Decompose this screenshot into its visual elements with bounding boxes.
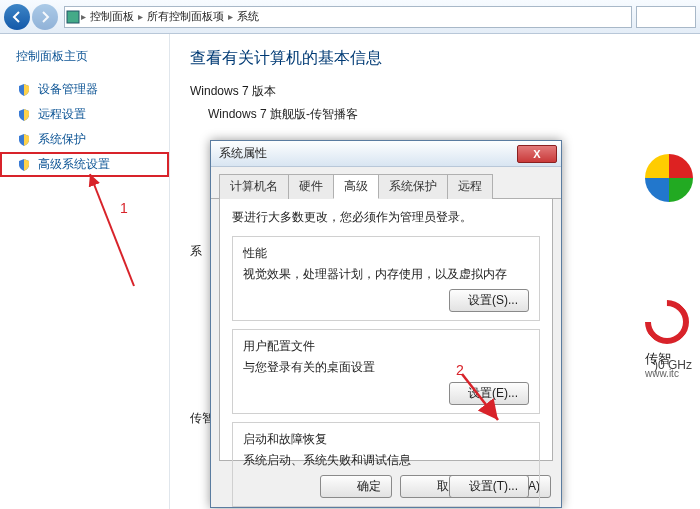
- edition-heading: Windows 7 版本: [190, 83, 680, 100]
- group-title: 性能: [243, 245, 529, 262]
- svg-rect-0: [67, 11, 79, 23]
- group-desc: 系统启动、系统失败和调试信息: [243, 452, 529, 469]
- nav-forward-button[interactable]: [32, 4, 58, 30]
- tab-advanced[interactable]: 高级: [333, 174, 379, 199]
- shield-icon: [16, 82, 32, 98]
- sidebar-item-label: 远程设置: [38, 106, 86, 123]
- nav-back-button[interactable]: [4, 4, 30, 30]
- tab-protection[interactable]: 系统保护: [378, 174, 448, 199]
- settings-button-startup[interactable]: 设置(T)...: [449, 475, 529, 498]
- page-title: 查看有关计算机的基本信息: [190, 48, 680, 69]
- group-title: 用户配置文件: [243, 338, 529, 355]
- system-properties-dialog: 系统属性 X 计算机名 硬件 高级 系统保护 远程 要进行大多数更改，您必须作为…: [210, 140, 562, 508]
- group-desc: 与您登录有关的桌面设置: [243, 359, 529, 376]
- tab-computer-name[interactable]: 计算机名: [219, 174, 289, 199]
- shield-icon: [16, 157, 32, 173]
- tab-strip: 计算机名 硬件 高级 系统保护 远程: [211, 167, 561, 199]
- brand-name: 传智: [645, 350, 671, 368]
- admin-notice: 要进行大多数更改，您必须作为管理员登录。: [232, 209, 540, 226]
- sidebar-item-device-manager[interactable]: 设备管理器: [0, 77, 169, 102]
- breadcrumb-segment[interactable]: 控制面板: [86, 9, 138, 24]
- annotation-label-2: 2: [456, 362, 464, 378]
- sidebar-item-label: 系统保护: [38, 131, 86, 148]
- shield-icon: [16, 132, 32, 148]
- brand-url: www.itc: [645, 368, 679, 379]
- sidebar-item-protection[interactable]: 系统保护: [0, 127, 169, 152]
- breadcrumb-segment[interactable]: 系统: [233, 9, 263, 24]
- tab-hardware[interactable]: 硬件: [288, 174, 334, 199]
- close-button[interactable]: X: [517, 145, 557, 163]
- address-bar[interactable]: ▸ 控制面板 ▸ 所有控制面板项 ▸ 系统: [64, 6, 632, 28]
- sidebar-item-label: 高级系统设置: [38, 156, 110, 173]
- control-panel-icon: [65, 9, 81, 25]
- shield-icon: [16, 107, 32, 123]
- group-startup-recovery: 启动和故障恢复 系统启动、系统失败和调试信息 设置(T)...: [232, 422, 540, 507]
- breadcrumb-segment[interactable]: 所有控制面板项: [143, 9, 228, 24]
- sidebar-item-remote[interactable]: 远程设置: [0, 102, 169, 127]
- edition-value: Windows 7 旗舰版-传智播客: [208, 106, 680, 123]
- sidebar: 控制面板主页 设备管理器 远程设置 系统保护 高级系统设置: [0, 34, 170, 509]
- dialog-title: 系统属性: [219, 145, 517, 162]
- group-desc: 视觉效果，处理器计划，内存使用，以及虚拟内存: [243, 266, 529, 283]
- settings-button-profiles[interactable]: 设置(E)...: [449, 382, 529, 405]
- sidebar-home-link[interactable]: 控制面板主页: [0, 48, 169, 77]
- tab-remote[interactable]: 远程: [447, 174, 493, 199]
- group-user-profiles: 用户配置文件 与您登录有关的桌面设置 设置(E)...: [232, 329, 540, 414]
- close-icon: X: [533, 148, 540, 160]
- dialog-titlebar[interactable]: 系统属性 X: [211, 141, 561, 167]
- windows-logo: [645, 150, 700, 230]
- sidebar-item-label: 设备管理器: [38, 81, 98, 98]
- group-performance: 性能 视觉效果，处理器计划，内存使用，以及虚拟内存 设置(S)...: [232, 236, 540, 321]
- settings-button-performance[interactable]: 设置(S)...: [449, 289, 529, 312]
- toolbar: ▸ 控制面板 ▸ 所有控制面板项 ▸ 系统: [0, 0, 700, 34]
- search-input[interactable]: [636, 6, 696, 28]
- annotation-label-1: 1: [120, 200, 128, 216]
- tab-panel-advanced: 要进行大多数更改，您必须作为管理员登录。 性能 视觉效果，处理器计划，内存使用，…: [219, 199, 553, 461]
- brand-logo: 传智 www.itc: [645, 300, 700, 400]
- group-title: 启动和故障恢复: [243, 431, 529, 448]
- sidebar-item-advanced[interactable]: 高级系统设置: [0, 152, 169, 177]
